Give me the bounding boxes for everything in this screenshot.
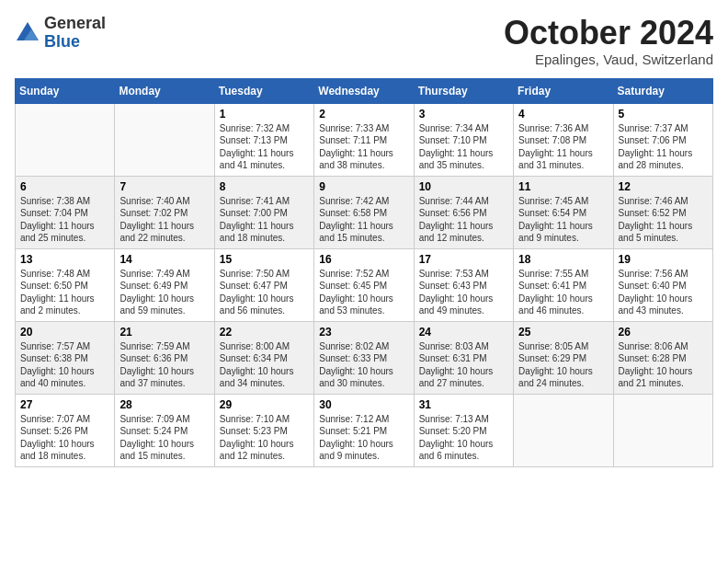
day-number: 1 xyxy=(220,108,309,121)
calendar-cell: 17 Sunrise: 7:53 AMSunset: 6:43 PMDaylig… xyxy=(414,248,513,321)
day-info: Sunrise: 7:40 AMSunset: 7:02 PMDaylight:… xyxy=(119,196,194,244)
calendar-table: SundayMondayTuesdayWednesdayThursdayFrid… xyxy=(15,78,713,467)
calendar-cell: 19 Sunrise: 7:56 AMSunset: 6:40 PMDaylig… xyxy=(613,248,712,321)
calendar-cell: 20 Sunrise: 7:57 AMSunset: 6:38 PMDaylig… xyxy=(16,321,115,394)
day-info: Sunrise: 7:59 AMSunset: 6:36 PMDaylight:… xyxy=(119,341,194,389)
day-info: Sunrise: 8:05 AMSunset: 6:29 PMDaylight:… xyxy=(518,341,593,389)
calendar-cell: 18 Sunrise: 7:55 AMSunset: 6:41 PMDaylig… xyxy=(514,248,613,321)
day-info: Sunrise: 7:46 AMSunset: 6:52 PMDaylight:… xyxy=(619,196,693,244)
day-number: 4 xyxy=(518,108,608,121)
day-number: 19 xyxy=(619,253,708,266)
day-info: Sunrise: 7:50 AMSunset: 6:47 PMDaylight:… xyxy=(220,269,294,316)
day-info: Sunrise: 8:06 AMSunset: 6:28 PMDaylight:… xyxy=(619,341,693,389)
calendar-cell xyxy=(115,103,214,176)
day-number: 6 xyxy=(20,180,109,193)
calendar-cell: 14 Sunrise: 7:49 AMSunset: 6:49 PMDaylig… xyxy=(115,248,214,321)
calendar-cell: 28 Sunrise: 7:09 AMSunset: 5:24 PMDaylig… xyxy=(115,394,214,466)
day-info: Sunrise: 7:12 AMSunset: 5:21 PMDaylight:… xyxy=(319,414,393,462)
day-number: 12 xyxy=(619,180,708,193)
calendar-cell: 29 Sunrise: 7:10 AMSunset: 5:23 PMDaylig… xyxy=(214,394,313,466)
calendar-week-row: 1 Sunrise: 7:32 AMSunset: 7:13 PMDayligh… xyxy=(16,103,713,176)
day-info: Sunrise: 7:33 AMSunset: 7:11 PMDaylight:… xyxy=(319,123,393,171)
calendar-cell: 27 Sunrise: 7:07 AMSunset: 5:26 PMDaylig… xyxy=(16,394,115,466)
calendar-cell: 31 Sunrise: 7:13 AMSunset: 5:20 PMDaylig… xyxy=(414,394,513,466)
calendar-cell xyxy=(16,103,115,176)
weekday-header: Wednesday xyxy=(314,78,414,103)
day-info: Sunrise: 8:02 AMSunset: 6:33 PMDaylight:… xyxy=(319,341,393,389)
calendar-cell: 2 Sunrise: 7:33 AMSunset: 7:11 PMDayligh… xyxy=(314,103,414,176)
weekday-header: Tuesday xyxy=(214,78,313,103)
calendar-cell: 21 Sunrise: 7:59 AMSunset: 6:36 PMDaylig… xyxy=(115,321,214,394)
day-info: Sunrise: 7:09 AMSunset: 5:24 PMDaylight:… xyxy=(119,414,194,462)
title-block: October 2024 Epalinges, Vaud, Switzerlan… xyxy=(504,15,713,67)
day-number: 24 xyxy=(419,326,508,339)
calendar-cell: 16 Sunrise: 7:52 AMSunset: 6:45 PMDaylig… xyxy=(314,248,414,321)
calendar-cell: 26 Sunrise: 8:06 AMSunset: 6:28 PMDaylig… xyxy=(613,321,712,394)
day-number: 8 xyxy=(220,180,309,193)
day-number: 13 xyxy=(20,253,109,266)
day-info: Sunrise: 7:41 AMSunset: 7:00 PMDaylight:… xyxy=(220,196,294,244)
calendar-cell: 5 Sunrise: 7:37 AMSunset: 7:06 PMDayligh… xyxy=(613,103,712,176)
weekday-header: Friday xyxy=(514,78,613,103)
calendar-header-row: SundayMondayTuesdayWednesdayThursdayFrid… xyxy=(16,78,713,103)
calendar-cell: 4 Sunrise: 7:36 AMSunset: 7:08 PMDayligh… xyxy=(514,103,613,176)
calendar-cell: 11 Sunrise: 7:45 AMSunset: 6:54 PMDaylig… xyxy=(514,176,613,248)
day-number: 11 xyxy=(518,180,608,193)
day-info: Sunrise: 7:48 AMSunset: 6:50 PMDaylight:… xyxy=(20,269,95,316)
page-header: General Blue October 2024 Epalinges, Vau… xyxy=(15,15,713,67)
day-info: Sunrise: 8:03 AMSunset: 6:31 PMDaylight:… xyxy=(419,341,494,389)
day-number: 30 xyxy=(319,398,408,411)
day-number: 18 xyxy=(518,253,608,266)
day-number: 17 xyxy=(419,253,508,266)
day-number: 29 xyxy=(220,398,309,411)
day-number: 22 xyxy=(220,326,309,339)
weekday-header: Sunday xyxy=(16,78,115,103)
day-number: 3 xyxy=(419,108,508,121)
calendar-cell: 15 Sunrise: 7:50 AMSunset: 6:47 PMDaylig… xyxy=(214,248,313,321)
calendar-cell: 10 Sunrise: 7:44 AMSunset: 6:56 PMDaylig… xyxy=(414,176,513,248)
day-number: 9 xyxy=(319,180,408,193)
day-info: Sunrise: 8:00 AMSunset: 6:34 PMDaylight:… xyxy=(220,341,294,389)
day-info: Sunrise: 7:07 AMSunset: 5:26 PMDaylight:… xyxy=(20,414,95,462)
calendar-week-row: 27 Sunrise: 7:07 AMSunset: 5:26 PMDaylig… xyxy=(16,394,713,466)
calendar-cell: 9 Sunrise: 7:42 AMSunset: 6:58 PMDayligh… xyxy=(314,176,414,248)
calendar-cell: 3 Sunrise: 7:34 AMSunset: 7:10 PMDayligh… xyxy=(414,103,513,176)
calendar-cell: 12 Sunrise: 7:46 AMSunset: 6:52 PMDaylig… xyxy=(613,176,712,248)
day-info: Sunrise: 7:49 AMSunset: 6:49 PMDaylight:… xyxy=(119,269,194,316)
location: Epalinges, Vaud, Switzerland xyxy=(504,52,713,67)
calendar-cell: 22 Sunrise: 8:00 AMSunset: 6:34 PMDaylig… xyxy=(214,321,313,394)
day-info: Sunrise: 7:32 AMSunset: 7:13 PMDaylight:… xyxy=(220,123,294,171)
day-info: Sunrise: 7:13 AMSunset: 5:20 PMDaylight:… xyxy=(419,414,494,462)
day-info: Sunrise: 7:42 AMSunset: 6:58 PMDaylight:… xyxy=(319,196,393,244)
weekday-header: Saturday xyxy=(613,78,712,103)
day-number: 5 xyxy=(619,108,708,121)
calendar-week-row: 13 Sunrise: 7:48 AMSunset: 6:50 PMDaylig… xyxy=(16,248,713,321)
calendar-cell xyxy=(613,394,712,466)
day-info: Sunrise: 7:38 AMSunset: 7:04 PMDaylight:… xyxy=(20,196,95,244)
day-info: Sunrise: 7:57 AMSunset: 6:38 PMDaylight:… xyxy=(20,341,95,389)
day-number: 26 xyxy=(619,326,708,339)
weekday-header: Thursday xyxy=(414,78,513,103)
day-info: Sunrise: 7:45 AMSunset: 6:54 PMDaylight:… xyxy=(518,196,593,244)
logo-icon xyxy=(15,20,40,46)
calendar-cell: 25 Sunrise: 8:05 AMSunset: 6:29 PMDaylig… xyxy=(514,321,613,394)
calendar-week-row: 20 Sunrise: 7:57 AMSunset: 6:38 PMDaylig… xyxy=(16,321,713,394)
weekday-header: Monday xyxy=(115,78,214,103)
day-info: Sunrise: 7:34 AMSunset: 7:10 PMDaylight:… xyxy=(419,123,494,171)
month-title: October 2024 xyxy=(504,15,713,52)
day-info: Sunrise: 7:37 AMSunset: 7:06 PMDaylight:… xyxy=(619,123,693,171)
calendar-cell: 6 Sunrise: 7:38 AMSunset: 7:04 PMDayligh… xyxy=(16,176,115,248)
day-number: 16 xyxy=(319,253,408,266)
logo-text: General Blue xyxy=(44,15,106,52)
calendar-cell: 23 Sunrise: 8:02 AMSunset: 6:33 PMDaylig… xyxy=(314,321,414,394)
calendar-week-row: 6 Sunrise: 7:38 AMSunset: 7:04 PMDayligh… xyxy=(16,176,713,248)
day-number: 27 xyxy=(20,398,109,411)
day-info: Sunrise: 7:56 AMSunset: 6:40 PMDaylight:… xyxy=(619,269,693,316)
day-info: Sunrise: 7:53 AMSunset: 6:43 PMDaylight:… xyxy=(419,269,494,316)
day-number: 10 xyxy=(419,180,508,193)
day-number: 28 xyxy=(119,398,209,411)
day-number: 15 xyxy=(220,253,309,266)
day-number: 23 xyxy=(319,326,408,339)
logo-general: General xyxy=(44,14,106,32)
calendar-cell: 1 Sunrise: 7:32 AMSunset: 7:13 PMDayligh… xyxy=(214,103,313,176)
